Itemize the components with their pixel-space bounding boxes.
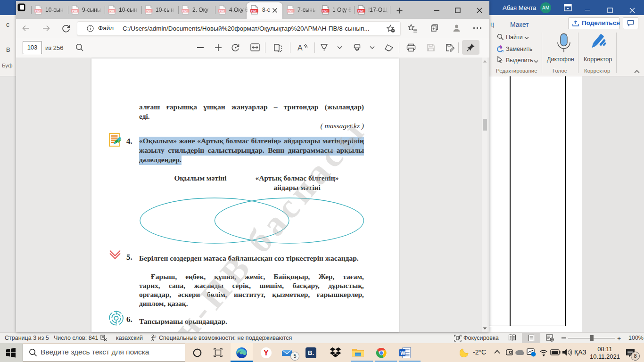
svg-text:?: ? xyxy=(154,335,157,339)
svg-text:c: c xyxy=(501,49,504,53)
svg-text:A: A xyxy=(297,44,303,52)
svg-text:W: W xyxy=(400,350,405,356)
